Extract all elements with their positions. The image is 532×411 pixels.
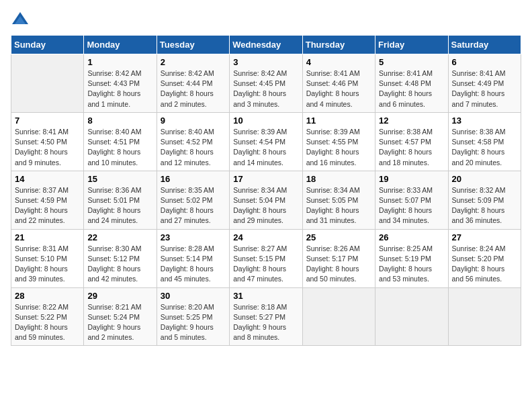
day-number: 1: [87, 57, 152, 67]
day-header-thursday: Thursday: [302, 36, 375, 54]
calendar-cell: 18Sunrise: 8:34 AMSunset: 5:05 PMDayligh…: [302, 171, 375, 229]
day-number: 22: [87, 232, 152, 242]
day-info: Sunrise: 8:40 AMSunset: 4:51 PMDaylight:…: [87, 127, 152, 168]
day-header-sunday: Sunday: [11, 36, 84, 54]
calendar-table: SundayMondayTuesdayWednesdayThursdayFrid…: [11, 35, 521, 346]
day-header-saturday: Saturday: [448, 36, 521, 54]
day-info: Sunrise: 8:21 AMSunset: 5:24 PMDaylight:…: [87, 302, 152, 343]
day-number: 8: [87, 116, 152, 126]
calendar-cell: 30Sunrise: 8:20 AMSunset: 5:25 PMDayligh…: [157, 287, 229, 346]
calendar-cell: 3Sunrise: 8:42 AMSunset: 4:45 PMDaylight…: [230, 54, 302, 113]
day-info: Sunrise: 8:42 AMSunset: 4:44 PMDaylight:…: [161, 68, 226, 109]
calendar-cell: 4Sunrise: 8:41 AMSunset: 4:46 PMDaylight…: [302, 54, 375, 113]
day-number: 11: [306, 116, 371, 126]
calendar-cell: 9Sunrise: 8:40 AMSunset: 4:52 PMDaylight…: [157, 112, 229, 171]
week-row-3: 14Sunrise: 8:37 AMSunset: 4:59 PMDayligh…: [11, 171, 521, 229]
day-info: Sunrise: 8:40 AMSunset: 4:52 PMDaylight:…: [161, 127, 226, 168]
calendar-cell: 16Sunrise: 8:35 AMSunset: 5:02 PMDayligh…: [157, 171, 229, 229]
day-info: Sunrise: 8:30 AMSunset: 5:12 PMDaylight:…: [87, 244, 152, 285]
day-info: Sunrise: 8:39 AMSunset: 4:55 PMDaylight:…: [306, 127, 371, 168]
day-number: 10: [233, 116, 298, 126]
header-row: SundayMondayTuesdayWednesdayThursdayFrid…: [11, 36, 521, 54]
day-info: Sunrise: 8:34 AMSunset: 5:04 PMDaylight:…: [233, 185, 298, 226]
day-number: 17: [233, 174, 298, 184]
day-number: 6: [452, 57, 517, 67]
day-number: 4: [306, 57, 371, 67]
day-info: Sunrise: 8:34 AMSunset: 5:05 PMDaylight:…: [306, 185, 371, 226]
day-info: Sunrise: 8:20 AMSunset: 5:25 PMDaylight:…: [161, 302, 226, 343]
calendar-cell: 12Sunrise: 8:38 AMSunset: 4:57 PMDayligh…: [375, 112, 448, 171]
week-row-2: 7Sunrise: 8:41 AMSunset: 4:50 PMDaylight…: [11, 112, 521, 171]
day-info: Sunrise: 8:26 AMSunset: 5:17 PMDaylight:…: [306, 244, 371, 285]
calendar-cell: 2Sunrise: 8:42 AMSunset: 4:44 PMDaylight…: [157, 54, 229, 113]
day-number: 14: [15, 174, 80, 184]
day-info: Sunrise: 8:42 AMSunset: 4:45 PMDaylight:…: [233, 68, 298, 109]
calendar-cell: 31Sunrise: 8:18 AMSunset: 5:27 PMDayligh…: [230, 287, 302, 346]
day-number: 5: [379, 57, 444, 67]
week-row-4: 21Sunrise: 8:31 AMSunset: 5:10 PMDayligh…: [11, 229, 521, 287]
calendar-cell: 25Sunrise: 8:26 AMSunset: 5:17 PMDayligh…: [302, 229, 375, 287]
calendar-cell: 15Sunrise: 8:36 AMSunset: 5:01 PMDayligh…: [84, 171, 157, 229]
calendar-cell: 1Sunrise: 8:42 AMSunset: 4:43 PMDaylight…: [84, 54, 157, 113]
day-info: Sunrise: 8:39 AMSunset: 4:54 PMDaylight:…: [233, 127, 298, 168]
day-number: 31: [233, 291, 298, 301]
logo: [11, 11, 32, 30]
day-number: 30: [161, 291, 226, 301]
day-header-tuesday: Tuesday: [157, 36, 229, 54]
day-header-wednesday: Wednesday: [230, 36, 302, 54]
day-number: 3: [233, 57, 298, 67]
day-number: 24: [233, 232, 298, 242]
day-number: 23: [161, 232, 226, 242]
calendar-cell: [448, 287, 521, 346]
calendar-cell: 21Sunrise: 8:31 AMSunset: 5:10 PMDayligh…: [11, 229, 84, 287]
day-number: 9: [161, 116, 226, 126]
calendar-cell: 10Sunrise: 8:39 AMSunset: 4:54 PMDayligh…: [230, 112, 302, 171]
calendar-cell: 17Sunrise: 8:34 AMSunset: 5:04 PMDayligh…: [230, 171, 302, 229]
calendar-cell: [302, 287, 375, 346]
day-info: Sunrise: 8:25 AMSunset: 5:19 PMDaylight:…: [379, 244, 444, 285]
calendar-cell: 7Sunrise: 8:41 AMSunset: 4:50 PMDaylight…: [11, 112, 84, 171]
day-number: 18: [306, 174, 371, 184]
day-info: Sunrise: 8:38 AMSunset: 4:57 PMDaylight:…: [379, 127, 444, 168]
day-number: 16: [161, 174, 226, 184]
logo-icon: [11, 11, 30, 30]
day-info: Sunrise: 8:41 AMSunset: 4:48 PMDaylight:…: [379, 68, 444, 109]
day-info: Sunrise: 8:32 AMSunset: 5:09 PMDaylight:…: [452, 185, 517, 226]
day-number: 21: [15, 232, 80, 242]
day-info: Sunrise: 8:36 AMSunset: 5:01 PMDaylight:…: [87, 185, 152, 226]
day-number: 13: [452, 116, 517, 126]
day-number: 19: [379, 174, 444, 184]
calendar-cell: 26Sunrise: 8:25 AMSunset: 5:19 PMDayligh…: [375, 229, 448, 287]
day-number: 20: [452, 174, 517, 184]
week-row-1: 1Sunrise: 8:42 AMSunset: 4:43 PMDaylight…: [11, 54, 521, 113]
page-header: [11, 11, 521, 30]
calendar-cell: 29Sunrise: 8:21 AMSunset: 5:24 PMDayligh…: [84, 287, 157, 346]
day-number: 2: [161, 57, 226, 67]
day-number: 28: [15, 291, 80, 301]
calendar-cell: [11, 54, 84, 113]
day-info: Sunrise: 8:33 AMSunset: 5:07 PMDaylight:…: [379, 185, 444, 226]
day-info: Sunrise: 8:28 AMSunset: 5:14 PMDaylight:…: [161, 244, 226, 285]
day-info: Sunrise: 8:35 AMSunset: 5:02 PMDaylight:…: [161, 185, 226, 226]
calendar-cell: 5Sunrise: 8:41 AMSunset: 4:48 PMDaylight…: [375, 54, 448, 113]
calendar-cell: 27Sunrise: 8:24 AMSunset: 5:20 PMDayligh…: [448, 229, 521, 287]
day-info: Sunrise: 8:27 AMSunset: 5:15 PMDaylight:…: [233, 244, 298, 285]
day-number: 12: [379, 116, 444, 126]
calendar-cell: 20Sunrise: 8:32 AMSunset: 5:09 PMDayligh…: [448, 171, 521, 229]
day-number: 25: [306, 232, 371, 242]
calendar-cell: [375, 287, 448, 346]
calendar-cell: 19Sunrise: 8:33 AMSunset: 5:07 PMDayligh…: [375, 171, 448, 229]
calendar-cell: 8Sunrise: 8:40 AMSunset: 4:51 PMDaylight…: [84, 112, 157, 171]
day-number: 26: [379, 232, 444, 242]
calendar-cell: 23Sunrise: 8:28 AMSunset: 5:14 PMDayligh…: [157, 229, 229, 287]
day-info: Sunrise: 8:24 AMSunset: 5:20 PMDaylight:…: [452, 244, 517, 285]
calendar-cell: 14Sunrise: 8:37 AMSunset: 4:59 PMDayligh…: [11, 171, 84, 229]
day-number: 27: [452, 232, 517, 242]
calendar-cell: 24Sunrise: 8:27 AMSunset: 5:15 PMDayligh…: [230, 229, 302, 287]
day-header-friday: Friday: [375, 36, 448, 54]
day-info: Sunrise: 8:22 AMSunset: 5:22 PMDaylight:…: [15, 302, 80, 343]
calendar-cell: 11Sunrise: 8:39 AMSunset: 4:55 PMDayligh…: [302, 112, 375, 171]
day-info: Sunrise: 8:38 AMSunset: 4:58 PMDaylight:…: [452, 127, 517, 168]
calendar-cell: 6Sunrise: 8:41 AMSunset: 4:49 PMDaylight…: [448, 54, 521, 113]
day-info: Sunrise: 8:41 AMSunset: 4:50 PMDaylight:…: [15, 127, 80, 168]
